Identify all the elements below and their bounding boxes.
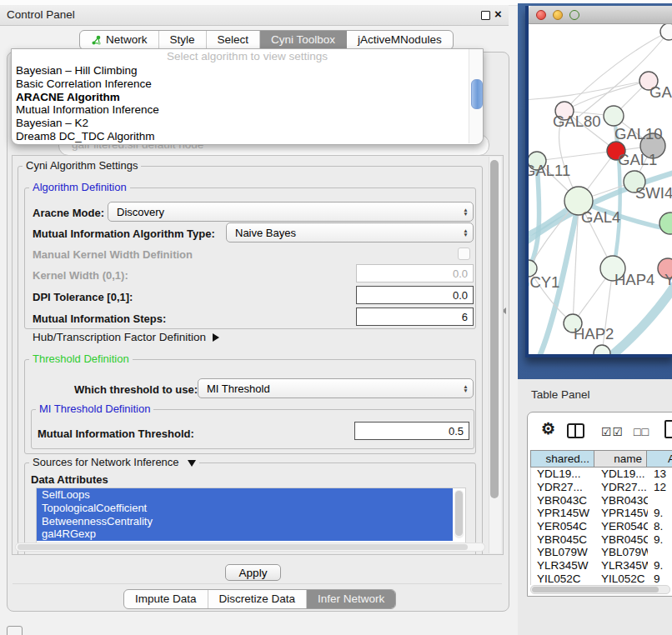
settings-hscrollbar-thumb[interactable] <box>18 544 468 550</box>
attribute-item-gal4rgexp[interactable]: gal4RGexp <box>37 528 453 541</box>
column-header-a[interactable]: A <box>647 450 672 468</box>
table-cell: YDR27... <box>595 481 648 494</box>
network-canvas[interactable]: GALGAL80GAL10GAL1GAL11GAL4SWI4GCY1HAP4YH… <box>529 24 672 354</box>
column-layout-icon[interactable] <box>567 423 584 438</box>
which-threshold-label: Which threshold to use: <box>74 383 198 396</box>
tab-select[interactable]: Select <box>207 31 261 49</box>
mi-threshold-field[interactable]: 0.5 <box>354 422 469 440</box>
algorithm-option-list: Bayesian – Hill ClimbingBasic Correlatio… <box>12 64 483 143</box>
algorithm-option-bayesian-k2[interactable]: Bayesian – K2 <box>12 117 483 130</box>
popup-scrollbar-thumb[interactable] <box>471 79 483 109</box>
table-cell: YDL19... <box>595 468 648 481</box>
network-node[interactable] <box>659 212 672 234</box>
tab-style[interactable]: Style <box>159 31 207 49</box>
which-threshold-combo[interactable]: MI Threshold ▲▼ <box>198 378 474 398</box>
mi-steps-field[interactable]: 6 <box>356 308 474 326</box>
algorithm-option-aracne-algorithm[interactable]: ARACNE Algorithm <box>12 91 483 104</box>
table-row[interactable]: YBR043CYBR043C <box>531 493 672 507</box>
node-label-gcy1: GCY1 <box>529 273 559 291</box>
bottom-tab-discretize-data-label: Discretize Data <box>219 590 296 608</box>
settings-vscrollbar-thumb[interactable] <box>490 160 499 498</box>
table-cell: YBR043C <box>595 493 648 507</box>
table-cell <box>648 493 672 507</box>
close-window-icon[interactable]: × <box>494 7 502 21</box>
attribute-item-topologicalcoefficient[interactable]: TopologicalCoefficient <box>37 502 453 515</box>
list-scrollbar-thumb[interactable] <box>455 491 463 536</box>
algorithm-option-dream8-dc-tdc-algorithm[interactable]: Dream8 DC_TDC Algorithm <box>12 130 483 143</box>
algorithm-option-basic-correlation-inference[interactable]: Basic Correlation Inference <box>12 78 483 91</box>
list-scrollbar-track[interactable] <box>454 490 464 538</box>
tab-cyni-toolbox[interactable]: Cyni Toolbox <box>260 31 347 49</box>
table-cell: YBL079W <box>595 546 648 559</box>
desktop: Control Panel × NetworkStyleSelectCyni T… <box>0 0 672 635</box>
table-cell: YBR045C <box>531 532 595 546</box>
node-label-gal: GAL <box>649 83 672 101</box>
apply-button[interactable]: Apply <box>225 564 281 581</box>
select-all-checkboxes-icon[interactable]: ☑☑ <box>601 425 624 438</box>
new-table-icon[interactable] <box>664 420 672 438</box>
network-view-window: GALGAL80GAL10GAL1GAL11GAL4SWI4GCY1HAP4YH… <box>525 6 672 358</box>
column-header-name[interactable]: name <box>594 450 647 468</box>
dpi-tolerance-label: DPI Tolerance [0,1]: <box>33 291 133 303</box>
tab-jactivemnodules[interactable]: jActiveMNodules <box>347 31 453 49</box>
bottom-tab-impute-data[interactable]: Impute Data <box>124 590 208 608</box>
close-traffic-light[interactable] <box>536 10 546 20</box>
collapsed-panel-icon[interactable] <box>7 626 23 635</box>
float-window-icon[interactable] <box>481 11 490 20</box>
manual-kernel-checkbox[interactable] <box>458 248 470 260</box>
attribute-item-selfloops[interactable]: SelfLoops <box>37 488 453 502</box>
dpi-tolerance-field[interactable]: 0.0 <box>356 286 474 304</box>
attribute-item-betweennesscentrality[interactable]: BetweennessCentrality <box>37 515 453 528</box>
network-node[interactable] <box>660 24 672 40</box>
aracne-mode-combo[interactable]: Discovery ▲▼ <box>108 202 474 222</box>
tab-cyni-toolbox-label: Cyni Toolbox <box>271 31 335 49</box>
bottom-tab-infer-network[interactable]: Infer Network <box>307 590 395 608</box>
table-row[interactable]: YER054CYER054C8. <box>531 520 672 533</box>
table-cell: YLR345W <box>531 559 595 572</box>
mi-type-combo[interactable]: Naive Bayes ▲▼ <box>226 222 474 242</box>
algorithm-dropdown-popup: Select algorithm to view settings Bayesi… <box>11 48 484 145</box>
table-row[interactable]: YLR345WYLR345W9. <box>531 559 672 572</box>
minimize-traffic-light[interactable] <box>553 10 563 20</box>
table-cell: 9. <box>648 559 672 572</box>
table-cell: 9. <box>648 532 672 546</box>
table-cell: YPR145W <box>531 507 595 520</box>
column-header-shared[interactable]: shared... <box>530 450 594 468</box>
node-label-gal4: GAL4 <box>581 208 620 226</box>
combo-spinner-icon: ▲▼ <box>459 228 473 237</box>
algorithm-option-mutual-information-inference[interactable]: Mutual Information Inference <box>12 103 483 117</box>
tab-jactivemnodules-label: jActiveMNodules <box>358 31 442 49</box>
node-label-hap4: HAP4 <box>614 271 654 288</box>
which-threshold-value: MI Threshold <box>198 382 459 395</box>
table-row[interactable]: YDL19...YDL19...13 <box>531 468 672 481</box>
table-row[interactable]: YDR27...YDR27...12 <box>531 481 672 494</box>
tab-network[interactable]: Network <box>80 31 159 49</box>
network-window-titlebar[interactable] <box>529 6 672 24</box>
zoom-traffic-light[interactable] <box>569 10 579 20</box>
table-cell: 9. <box>648 507 672 520</box>
network-node[interactable] <box>594 345 610 354</box>
deselect-checkboxes-icon[interactable]: □□ <box>634 425 649 438</box>
bottom-tab-discretize-data[interactable]: Discretize Data <box>208 590 308 608</box>
table-body: YDL19...YDL19...13YDR27...YDR27...12YBR0… <box>530 468 672 585</box>
table-row[interactable]: YBR045CYBR045C9. <box>531 532 672 546</box>
table-row[interactable]: YPR145WYPR145W9. <box>531 507 672 520</box>
control-panel-titlebar <box>0 5 509 26</box>
table-header-row: shared...nameA <box>530 450 672 468</box>
table-row[interactable]: YIL052CYIL052C9 <box>531 572 672 586</box>
popup-scrollbar-track[interactable] <box>469 49 483 143</box>
table-cell: 12 <box>648 481 672 494</box>
table-cell: YER054C <box>531 520 595 533</box>
table-row[interactable]: YBL079WYBL079W <box>531 546 672 559</box>
settings-gear-icon[interactable]: ⚙ <box>541 420 555 438</box>
kernel-width-field[interactable]: 0.0 <box>356 264 474 282</box>
hub-definition-expander[interactable]: Hub/Transcription Factor Definition <box>33 331 219 343</box>
network-node-gal10[interactable] <box>604 106 624 126</box>
bottom-tab-impute-data-label: Impute Data <box>135 590 197 608</box>
expander-expanded-icon <box>188 460 196 467</box>
table-hscrollbar-thumb[interactable] <box>532 587 659 592</box>
sources-group-title[interactable]: Sources for Network Inference <box>29 457 199 468</box>
table-cell <box>648 546 672 559</box>
tab-select-label: Select <box>218 31 249 49</box>
algorithm-option-bayesian-hill-climbing[interactable]: Bayesian – Hill Climbing <box>12 64 483 78</box>
